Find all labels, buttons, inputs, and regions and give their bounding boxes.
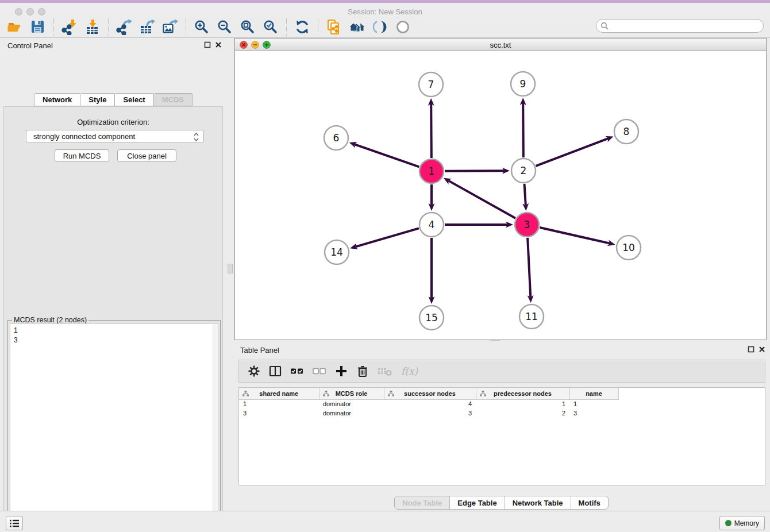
tab-network-table[interactable]: Network Table bbox=[505, 496, 571, 509]
graph-node-9[interactable]: 9 bbox=[511, 72, 535, 96]
graph-edge-2-8[interactable] bbox=[536, 136, 614, 166]
function-builder-fx-icon: f(x) bbox=[401, 365, 418, 377]
tab-mcds[interactable]: MCDS bbox=[154, 93, 192, 106]
graph-edge-3-1[interactable] bbox=[444, 178, 515, 218]
graph-node-14[interactable]: 14 bbox=[325, 240, 349, 264]
home-button[interactable] bbox=[345, 17, 368, 37]
toolbar-separator bbox=[53, 18, 54, 36]
float-panel-icon[interactable] bbox=[748, 346, 754, 353]
svg-text:4: 4 bbox=[429, 219, 435, 230]
close-panel-icon[interactable] bbox=[215, 41, 222, 48]
graph-node-4[interactable]: 4 bbox=[419, 213, 444, 237]
delete-column-trash-icon[interactable] bbox=[356, 365, 369, 377]
graph-edge-3-10[interactable] bbox=[540, 228, 615, 246]
apply-style-button[interactable] bbox=[368, 17, 391, 37]
zoom-fit-button[interactable] bbox=[236, 17, 259, 37]
mcds-result-lines: 13 bbox=[10, 324, 218, 347]
export-image-button[interactable] bbox=[159, 17, 182, 37]
graph-node-3[interactable]: 3 bbox=[515, 213, 539, 237]
run-mcds-button[interactable]: Run MCDS bbox=[55, 149, 109, 162]
table-cell: dominator bbox=[319, 399, 384, 408]
search-box[interactable] bbox=[596, 19, 764, 33]
graph-edge-1-2[interactable] bbox=[445, 168, 510, 174]
create-column-plus-icon[interactable] bbox=[335, 365, 348, 377]
graph-edge-2-9[interactable] bbox=[520, 98, 526, 157]
mcds-result-groupbox: MCDS result (2 nodes) 13 bbox=[7, 320, 221, 532]
export-table-button[interactable] bbox=[136, 17, 159, 37]
import-network-button[interactable] bbox=[58, 17, 81, 37]
zoom-fit-icon bbox=[240, 19, 256, 35]
graph-edge-2-3[interactable] bbox=[522, 184, 529, 211]
show-hide-graphics-button[interactable] bbox=[391, 17, 414, 37]
zoom-in-button[interactable] bbox=[190, 17, 213, 37]
column-header-shared-name[interactable]: shared name bbox=[239, 388, 319, 399]
zoom-out-button[interactable] bbox=[213, 17, 236, 37]
open-session-button[interactable] bbox=[3, 17, 26, 37]
graph-node-6[interactable]: 6 bbox=[324, 126, 348, 150]
unselect-all-columns-icon[interactable] bbox=[313, 365, 326, 377]
control-panel: Control Panel Network Style Select MCDS … bbox=[0, 38, 226, 510]
svg-text:11: 11 bbox=[525, 311, 538, 322]
select-all-columns-icon[interactable] bbox=[290, 365, 304, 377]
graph-edge-1-6[interactable] bbox=[349, 142, 419, 167]
vertical-splitter-grip[interactable] bbox=[228, 264, 233, 273]
toolbar-separator bbox=[186, 18, 186, 36]
graph-node-7[interactable]: 7 bbox=[419, 72, 443, 97]
task-history-button[interactable] bbox=[6, 516, 23, 530]
svg-text:6: 6 bbox=[333, 132, 340, 144]
status-bar: Memory bbox=[0, 511, 770, 532]
tab-select[interactable]: Select bbox=[115, 93, 153, 106]
svg-text:8: 8 bbox=[623, 126, 630, 137]
tab-style[interactable]: Style bbox=[80, 93, 115, 106]
table-settings-gear-icon[interactable] bbox=[248, 365, 260, 377]
result-scrollbar[interactable] bbox=[213, 324, 218, 532]
flatten-tree-icon bbox=[323, 391, 329, 396]
graph-edge-4-15[interactable] bbox=[429, 238, 435, 304]
save-session-button[interactable] bbox=[26, 17, 49, 37]
mcds-result-area[interactable]: 13 bbox=[10, 323, 218, 532]
float-panel-icon[interactable] bbox=[204, 41, 211, 48]
graph-edge-1-7[interactable] bbox=[428, 98, 434, 158]
search-input[interactable] bbox=[609, 20, 763, 32]
memory-button[interactable]: Memory bbox=[719, 516, 765, 530]
tab-network[interactable]: Network bbox=[34, 93, 80, 106]
network-canvas[interactable]: 7968124314101511 bbox=[235, 51, 766, 340]
new-network-from-selection-button[interactable] bbox=[322, 17, 345, 37]
table-row[interactable]: 1dominator411 bbox=[239, 399, 618, 408]
column-header-name[interactable]: name bbox=[569, 388, 618, 399]
refresh-view-button[interactable] bbox=[291, 17, 314, 37]
graph-node-10[interactable]: 10 bbox=[617, 236, 641, 260]
close-panel-button[interactable]: Close panel bbox=[117, 149, 176, 162]
graph-edge-4-3[interactable] bbox=[445, 222, 513, 228]
column-header-predecessor-nodes[interactable]: predecessor nodes bbox=[476, 388, 569, 399]
tab-edge-table[interactable]: Edge Table bbox=[449, 496, 504, 509]
graph-edge-3-11[interactable] bbox=[528, 238, 534, 303]
table-panel-title: Table Panel bbox=[240, 346, 279, 354]
graph-node-1[interactable]: 1 bbox=[419, 159, 444, 183]
graph-edge-4-14[interactable] bbox=[350, 228, 419, 249]
zoom-selected-button[interactable] bbox=[259, 17, 282, 37]
graph-node-15[interactable]: 15 bbox=[419, 306, 444, 330]
tab-motifs[interactable]: Motifs bbox=[571, 496, 608, 509]
graph-edge-1-4[interactable] bbox=[429, 184, 435, 211]
table-cell: dominator bbox=[319, 408, 384, 418]
criterion-select[interactable]: strongly connected component bbox=[26, 130, 204, 143]
show-column-panel-icon[interactable] bbox=[269, 365, 282, 377]
refresh-icon bbox=[294, 19, 310, 35]
column-header-successor-nodes[interactable]: successor nodes bbox=[384, 388, 476, 399]
graph-node-8[interactable]: 8 bbox=[614, 119, 638, 144]
node-table[interactable]: shared name MCDS role bbox=[238, 387, 765, 485]
session-title: Session: New Session bbox=[0, 7, 770, 16]
import-network-icon bbox=[61, 19, 78, 35]
eye-icon bbox=[395, 19, 411, 35]
close-panel-icon[interactable] bbox=[759, 346, 765, 353]
graph-node-11[interactable]: 11 bbox=[519, 304, 544, 329]
graph-node-2[interactable]: 2 bbox=[511, 159, 536, 183]
tab-node-table[interactable]: Node Table bbox=[395, 496, 449, 509]
table-row[interactable]: 3dominator323 bbox=[239, 408, 618, 418]
column-header-mcds-role[interactable]: MCDS role bbox=[319, 388, 384, 399]
zoom-selected-icon bbox=[263, 19, 279, 35]
network-window-titlebar[interactable]: scc.txt bbox=[235, 38, 766, 51]
export-network-button[interactable] bbox=[113, 17, 136, 37]
import-table-button[interactable] bbox=[81, 17, 104, 37]
